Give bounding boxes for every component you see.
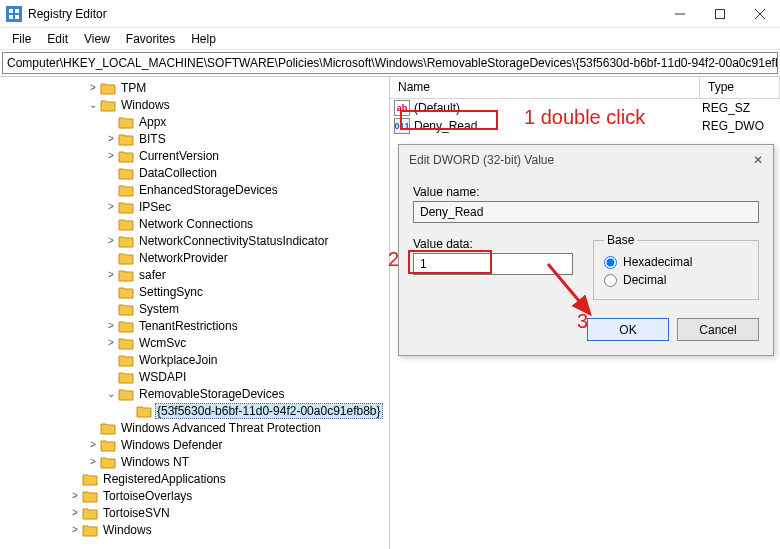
folder-icon xyxy=(100,81,116,95)
folder-icon xyxy=(118,132,134,146)
folder-icon xyxy=(118,149,134,163)
tree-item-selected[interactable]: {53f5630d-b6bf-11d0-94f2-00a0c91efb8b} xyxy=(0,402,389,419)
maximize-button[interactable] xyxy=(700,0,740,28)
menu-file[interactable]: File xyxy=(4,29,39,49)
value-data-label: Value data: xyxy=(413,237,573,251)
folder-icon xyxy=(118,336,134,350)
tree-item[interactable]: >NetworkConnectivityStatusIndicator xyxy=(0,232,389,249)
tree-item[interactable]: >safer xyxy=(0,266,389,283)
tree-item[interactable]: RegisteredApplications xyxy=(0,470,389,487)
folder-icon xyxy=(118,166,134,180)
tree-item[interactable]: >BITS xyxy=(0,130,389,147)
folder-icon xyxy=(100,438,116,452)
folder-icon xyxy=(118,183,134,197)
value-name-input[interactable] xyxy=(413,201,759,223)
base-legend: Base xyxy=(604,233,637,247)
menu-favorites[interactable]: Favorites xyxy=(118,29,183,49)
tree-item[interactable]: >Windows Defender xyxy=(0,436,389,453)
value-type: REG_DWO xyxy=(702,119,780,133)
address-text: Computer\HKEY_LOCAL_MACHINE\SOFTWARE\Pol… xyxy=(7,56,778,70)
tree-item[interactable]: ⌄RemovableStorageDevices xyxy=(0,385,389,402)
menubar: File Edit View Favorites Help xyxy=(0,28,780,50)
col-header-name[interactable]: Name xyxy=(390,77,700,98)
window-title: Registry Editor xyxy=(28,7,660,21)
tree-item[interactable]: >TenantRestrictions xyxy=(0,317,389,334)
menu-help[interactable]: Help xyxy=(183,29,224,49)
tree-item[interactable]: >WcmSvc xyxy=(0,334,389,351)
tree-item[interactable]: >Windows xyxy=(0,521,389,538)
radio-hex[interactable]: Hexadecimal xyxy=(604,255,748,269)
folder-icon xyxy=(118,217,134,231)
folder-icon xyxy=(118,268,134,282)
edit-dword-dialog: Edit DWORD (32-bit) Value ✕ Value name: … xyxy=(398,144,774,356)
folder-icon xyxy=(100,421,116,435)
svg-rect-2 xyxy=(15,9,19,13)
close-button[interactable] xyxy=(740,0,780,28)
minimize-button[interactable] xyxy=(660,0,700,28)
reg-sz-icon: ab xyxy=(394,100,410,116)
cancel-button[interactable]: Cancel xyxy=(677,318,759,341)
reg-dword-icon: 011 xyxy=(394,118,410,134)
dialog-close-button[interactable]: ✕ xyxy=(753,153,763,167)
regedit-icon xyxy=(6,6,22,22)
tree-item[interactable]: System xyxy=(0,300,389,317)
folder-icon xyxy=(118,251,134,265)
value-type: REG_SZ xyxy=(702,101,780,115)
tree-item[interactable]: >CurrentVersion xyxy=(0,147,389,164)
value-name-label: Value name: xyxy=(413,185,759,199)
tree-item[interactable]: WSDAPI xyxy=(0,368,389,385)
tree-item[interactable]: Network Connections xyxy=(0,215,389,232)
tree-item[interactable]: DataCollection xyxy=(0,164,389,181)
list-item[interactable]: 011 Deny_Read REG_DWO xyxy=(390,117,780,135)
svg-rect-1 xyxy=(9,9,13,13)
svg-rect-6 xyxy=(716,9,725,18)
tree-item[interactable]: WorkplaceJoin xyxy=(0,351,389,368)
svg-rect-4 xyxy=(15,15,19,19)
folder-icon xyxy=(118,319,134,333)
folder-icon xyxy=(118,234,134,248)
folder-icon xyxy=(118,370,134,384)
ok-button[interactable]: OK xyxy=(587,318,669,341)
menu-view[interactable]: View xyxy=(76,29,118,49)
tree-item[interactable]: Appx xyxy=(0,113,389,130)
titlebar: Registry Editor xyxy=(0,0,780,28)
list-item[interactable]: ab (Default) REG_SZ xyxy=(390,99,780,117)
list-header: Name Type xyxy=(390,77,780,99)
col-header-type[interactable]: Type xyxy=(700,77,780,98)
tree-item[interactable]: Windows Advanced Threat Protection xyxy=(0,419,389,436)
dialog-title: Edit DWORD (32-bit) Value xyxy=(409,153,554,167)
menu-edit[interactable]: Edit xyxy=(39,29,76,49)
folder-icon xyxy=(82,523,98,537)
folder-icon xyxy=(118,387,134,401)
folder-icon xyxy=(100,455,116,469)
tree-item[interactable]: >TortoiseSVN xyxy=(0,504,389,521)
value-data-input[interactable] xyxy=(413,253,573,275)
radio-dec[interactable]: Decimal xyxy=(604,273,748,287)
folder-icon xyxy=(82,506,98,520)
folder-icon xyxy=(118,302,134,316)
folder-icon xyxy=(136,404,152,418)
tree-item[interactable]: SettingSync xyxy=(0,283,389,300)
base-group: Base Hexadecimal Decimal xyxy=(593,233,759,300)
value-name: (Default) xyxy=(414,101,702,115)
tree-item[interactable]: >Windows NT xyxy=(0,453,389,470)
tree-item[interactable]: NetworkProvider xyxy=(0,249,389,266)
folder-icon xyxy=(82,489,98,503)
folder-icon xyxy=(118,115,134,129)
svg-rect-3 xyxy=(9,15,13,19)
tree-item[interactable]: >TortoiseOverlays xyxy=(0,487,389,504)
folder-icon xyxy=(118,200,134,214)
tree-pane[interactable]: >TPM ⌄Windows Appx >BITS >CurrentVersion… xyxy=(0,77,390,549)
tree-item[interactable]: >IPSec xyxy=(0,198,389,215)
folder-icon xyxy=(118,285,134,299)
tree-item[interactable]: EnhancedStorageDevices xyxy=(0,181,389,198)
address-bar[interactable]: Computer\HKEY_LOCAL_MACHINE\SOFTWARE\Pol… xyxy=(2,52,778,74)
value-name: Deny_Read xyxy=(414,119,702,133)
tree-item[interactable]: >TPM xyxy=(0,79,389,96)
folder-icon xyxy=(100,98,116,112)
folder-icon xyxy=(118,353,134,367)
folder-icon xyxy=(82,472,98,486)
tree-item[interactable]: ⌄Windows xyxy=(0,96,389,113)
